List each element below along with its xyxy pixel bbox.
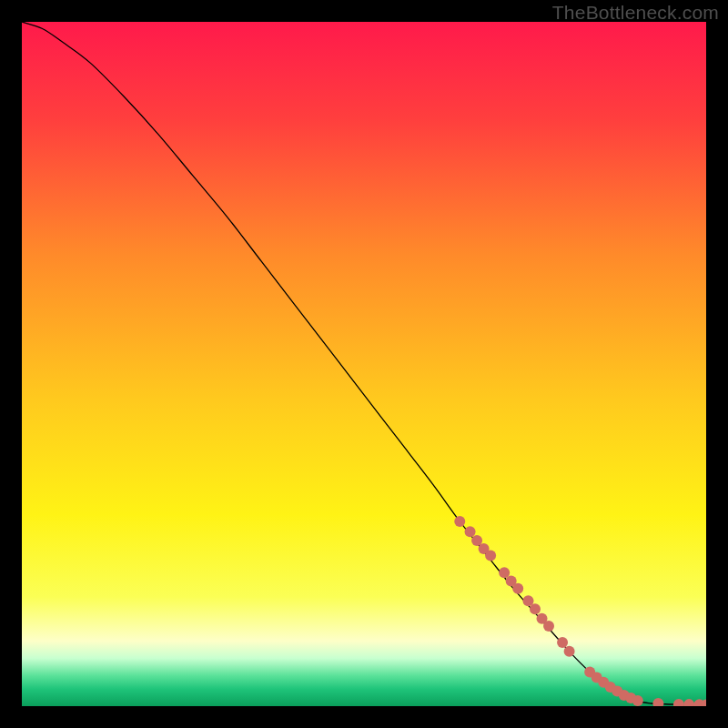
marker-dot	[543, 621, 554, 632]
marker-dot	[454, 516, 465, 527]
chart-container: TheBottleneck.com	[0, 0, 728, 728]
marker-dot	[512, 583, 523, 594]
marker-dot	[632, 695, 643, 706]
gradient-background	[22, 22, 706, 706]
marker-dot	[557, 637, 568, 648]
watermark-text: TheBottleneck.com	[552, 2, 719, 24]
marker-dot	[465, 526, 476, 537]
chart-svg	[22, 22, 706, 706]
plot-area	[22, 22, 706, 706]
marker-dot	[485, 551, 496, 561]
marker-dot	[530, 603, 541, 614]
marker-dot	[564, 646, 575, 657]
